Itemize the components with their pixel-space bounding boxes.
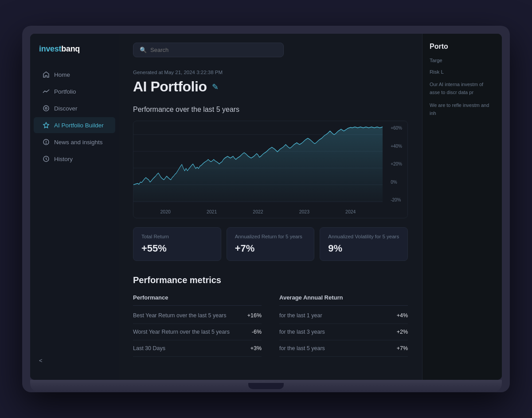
stats-row: Total Return +55% Annualized Return for …: [133, 227, 408, 261]
stat-annualized-return: Annualized Return for 5 years +7%: [227, 227, 315, 261]
metric-row-last30: Last 30 Days +3%: [133, 340, 262, 357]
stat-total-return: Total Return +55%: [133, 227, 221, 261]
x-label-2022: 2022: [253, 209, 263, 214]
metric-last30-value: +3%: [250, 345, 262, 351]
sidebar-item-ai-portfolio-builder[interactable]: AI Portfolio Builder: [34, 117, 115, 133]
y-label-neg20: -20%: [391, 197, 402, 202]
metric-1yr-name: for the last 1 year: [279, 312, 322, 319]
sidebar-item-home[interactable]: Home: [34, 67, 115, 83]
x-label-2021: 2021: [207, 209, 217, 214]
y-label-0: 0%: [391, 180, 402, 185]
sidebar-item-portfolio-label: Portfolio: [54, 88, 76, 95]
y-label-20: +20%: [391, 162, 402, 166]
search-bar[interactable]: 🔍: [133, 43, 284, 57]
metric-worst-year-name: Worst Year Return over the last 5 years: [133, 329, 230, 335]
sidebar-item-news-label: News and insights: [54, 139, 103, 146]
x-label-2024: 2024: [345, 209, 356, 214]
sidebar: investbanq Home Portfolio: [30, 34, 119, 380]
news-icon: [43, 138, 50, 146]
metric-best-year-value: +16%: [247, 312, 262, 319]
y-label-40: +40%: [391, 144, 402, 149]
right-panel: Porto Targe Risk L Our AI interna invest…: [422, 34, 502, 380]
metrics-left-header: Performance: [133, 294, 262, 306]
sidebar-item-history[interactable]: History: [34, 151, 115, 167]
stat-volatility-value: 9%: [328, 243, 399, 254]
page-title-row: AI Portfolio ✎: [133, 79, 408, 95]
sidebar-collapse-button[interactable]: <: [30, 352, 119, 369]
logo-prefix: invest: [39, 44, 61, 53]
metric-3yr-name: for the last 3 years: [279, 329, 325, 335]
metric-last30-name: Last 30 Days: [133, 345, 165, 351]
sidebar-item-portfolio[interactable]: Portfolio: [34, 83, 115, 99]
svg-point-1: [45, 107, 47, 109]
metric-row-best-year: Best Year Return over the last 5 years +…: [133, 308, 262, 324]
chart-svg-area: [133, 126, 383, 202]
metrics-left-col: Performance Best Year Return over the la…: [133, 294, 262, 357]
y-label-60: +60%: [391, 126, 402, 130]
logo: investbanq: [30, 44, 119, 66]
sidebar-item-ai-label: AI Portfolio Builder: [54, 122, 104, 129]
performance-chart: +60% +40% +20% 0% -20% 2020 2021 2022 20…: [133, 121, 408, 218]
stat-total-return-label: Total Return: [141, 234, 213, 239]
right-panel-title: Porto: [430, 43, 495, 51]
stat-volatility-label: Annualized Volatility for 5 years: [328, 234, 399, 239]
page-title: AI Portfolio: [133, 79, 207, 95]
sidebar-item-home-label: Home: [54, 71, 70, 78]
metric-worst-year-value: -6%: [252, 329, 262, 335]
stat-total-return-value: +55%: [141, 243, 213, 254]
stat-annualized-return-value: +7%: [235, 243, 306, 254]
metric-row-3yr: for the last 3 years +2%: [279, 324, 408, 340]
search-input[interactable]: [150, 47, 277, 53]
x-label-2023: 2023: [299, 209, 309, 214]
sidebar-item-history-label: History: [54, 156, 73, 162]
generated-at: Generated at May 21, 2024 3:22:38 PM: [133, 70, 408, 75]
main-content: 🔍 Generated at May 21, 2024 3:22:38 PM A…: [119, 34, 422, 380]
logo-suffix: banq: [61, 44, 80, 53]
sidebar-item-discover-label: Discover: [54, 105, 78, 112]
history-icon: [43, 155, 50, 162]
perf-section-title: Performance metrics: [133, 275, 408, 285]
metric-1yr-value: +4%: [397, 312, 408, 319]
svg-marker-2: [43, 122, 49, 128]
edit-icon[interactable]: ✎: [212, 82, 219, 92]
chart-section-title: Performance over the last 5 years: [133, 106, 408, 114]
svg-point-0: [43, 106, 49, 111]
metric-row-5yr: for the last 5 years +7%: [279, 340, 408, 357]
portfolio-icon: [43, 88, 50, 95]
chart-y-labels: +60% +40% +20% 0% -20%: [391, 126, 402, 202]
svg-point-5: [46, 143, 47, 144]
right-panel-desc1: Our AI interna investm of asse to discr …: [430, 81, 495, 96]
right-panel-risk-label: Risk L: [430, 69, 495, 75]
metric-5yr-name: for the last 5 years: [279, 345, 325, 351]
search-icon: 🔍: [140, 47, 147, 53]
metric-5yr-value: +7%: [397, 345, 408, 351]
stat-volatility: Annualized Volatility for 5 years 9%: [320, 227, 408, 261]
metric-3yr-value: +2%: [397, 329, 408, 335]
right-panel-target-label: Targe: [430, 58, 495, 63]
metric-row-1yr: for the last 1 year +4%: [279, 308, 408, 324]
metrics-grid: Performance Best Year Return over the la…: [133, 294, 408, 357]
right-panel-desc2: We are to refle investm and inh: [430, 102, 495, 117]
discover-icon: [43, 105, 50, 112]
ai-portfolio-icon: [43, 122, 50, 129]
sidebar-item-news[interactable]: News and insights: [34, 134, 115, 150]
metric-best-year-name: Best Year Return over the last 5 years: [133, 312, 227, 319]
chart-x-labels: 2020 2021 2022 2023 2024: [133, 209, 383, 214]
stat-annualized-return-label: Annualized Return for 5 years: [235, 234, 306, 239]
metrics-right-header: Average Annual Return: [279, 294, 408, 306]
metrics-right-col: Average Annual Return for the last 1 yea…: [279, 294, 408, 357]
x-label-2020: 2020: [160, 209, 171, 214]
home-icon: [43, 71, 50, 78]
sidebar-item-discover[interactable]: Discover: [34, 100, 115, 116]
metric-row-worst-year: Worst Year Return over the last 5 years …: [133, 324, 262, 340]
